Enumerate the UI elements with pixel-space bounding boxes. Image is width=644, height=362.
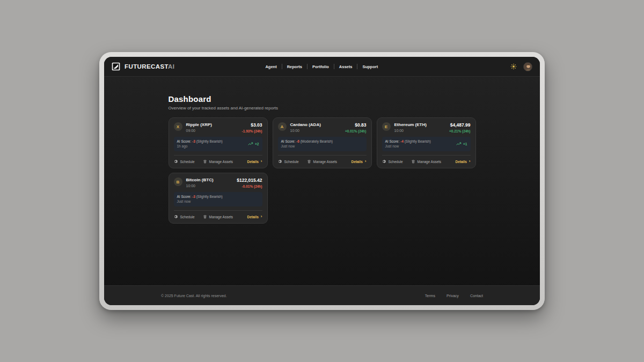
manage-assets-button[interactable]: Manage Assets [411,159,441,164]
ai-score-value: -3 [192,139,195,143]
coin-change: -0.01% (24h) [237,184,262,188]
footer-link-terms[interactable]: Terms [425,294,435,298]
trash-icon [411,159,415,164]
details-link[interactable]: Details› [352,160,367,164]
card-divider [174,210,262,211]
coin-initial-badge: E [382,122,391,131]
ai-sentiment: (Slightly Bearish) [196,139,223,143]
coin-price: $122,015.42 [237,178,262,183]
coin-time: 10:00 [394,129,427,132]
chevron-right-icon: › [365,160,367,163]
gear-icon [278,159,282,164]
chevron-right-icon: › [469,160,471,163]
coin-price: $3.03 [242,122,262,128]
nav-item-reports[interactable]: Reports [282,64,307,69]
ai-score-value: -3 [192,195,195,198]
copyright-text: © 2025 Future Cast. All rights reserved. [161,294,227,298]
app-window: FUTURECASTAI Agent Reports Portfolio Ass… [104,57,540,305]
user-avatar[interactable] [523,62,532,71]
asset-card-grid: X Ripple (XRP) 09:00 $3.03 -1.93% (24h) [169,117,476,224]
manage-assets-button[interactable]: Manage Assets [203,159,233,164]
coin-name: Ripple (XRP) [186,122,212,127]
gear-icon [174,215,178,219]
asset-card-ethereum: E Ethereum (ETH) 10:00 $4,487.99 +0.21% … [377,117,476,168]
ai-score-panel: AI Score: -3 (Slightly Bearish) Just now [174,192,262,207]
coin-change: -1.93% (24h) [242,129,262,133]
ai-updated: Just now [177,199,223,204]
trash-icon [307,159,311,164]
coin-initial-badge: B [174,178,182,186]
details-link[interactable]: Details› [247,215,262,219]
main-nav: Agent Reports Portfolio Assets Support [260,64,383,69]
ai-score-value: -6 [296,139,299,143]
coin-change: +0.01% (24h) [345,129,367,133]
ai-updated: Just now [385,144,431,149]
coin-name: Cardano (ADA) [290,122,321,127]
app-footer: © 2025 Future Cast. All rights reserved.… [104,285,540,305]
manage-assets-button[interactable]: Manage Assets [307,159,337,164]
top-navigation-bar: FUTURECASTAI Agent Reports Portfolio Ass… [104,57,540,77]
nav-item-portfolio[interactable]: Portfolio [308,64,334,69]
gear-icon [382,159,386,164]
brand-logo-icon [112,62,120,71]
coin-initial-badge: A [278,122,287,131]
footer-link-privacy[interactable]: Privacy [447,294,459,298]
coin-initial-badge: X [174,122,182,131]
details-link[interactable]: Details› [247,160,262,164]
coin-name: Bitcoin (BTC) [186,178,214,182]
trend-badge: +2 [248,142,259,146]
details-link[interactable]: Details› [456,160,471,164]
footer-link-contact[interactable]: Contact [470,294,483,298]
coin-price: $0.83 [345,122,367,128]
brand-name: FUTURECASTAI [125,63,174,70]
schedule-button[interactable]: Schedule [382,159,403,164]
gear-icon [174,159,178,164]
footer-links: Terms Privacy Contact [425,294,483,298]
ai-score-label: AI Score: [281,139,296,143]
asset-card-ripple: X Ripple (XRP) 09:00 $3.03 -1.93% (24h) [169,117,268,168]
asset-card-bitcoin: B Bitcoin (BTC) 10:00 $122,015.42 -0.01%… [169,173,268,224]
schedule-button[interactable]: Schedule [278,159,299,164]
ai-score-panel: AI Score: -4 (Slightly Bearish) Just now… [382,137,471,152]
ai-sentiment: (Slightly Bearish) [405,139,431,143]
trash-icon [203,159,207,164]
page-subtitle: Overview of your tracked assets and AI-g… [169,106,476,110]
nav-item-agent[interactable]: Agent [260,64,281,69]
trend-up-icon [248,142,253,146]
coin-time: 10:00 [186,184,214,188]
card-divider [278,155,367,156]
chevron-right-icon: › [261,160,262,163]
ai-score-label: AI Score: [385,139,400,143]
trash-icon [203,215,207,219]
device-frame: FUTURECASTAI Agent Reports Portfolio Ass… [99,52,545,310]
asset-card-cardano: A Cardano (ADA) 10:00 $0.83 +0.01% (24h) [273,117,372,168]
ai-score-value: -4 [400,139,404,143]
dashboard-content: Dashboard Overview of your tracked asset… [104,77,540,285]
ai-score-label: AI Score: [177,195,192,198]
card-divider [382,155,471,156]
coin-time: 09:00 [186,129,212,132]
theme-toggle-sun-icon[interactable] [510,63,517,70]
trend-up-icon [456,142,462,146]
ai-score-label: AI Score: [177,139,192,143]
card-divider [174,155,262,156]
nav-item-assets[interactable]: Assets [334,64,357,69]
coin-name: Ethereum (ETH) [394,122,427,127]
coin-time: 10:00 [290,129,321,132]
coin-change: +0.21% (24h) [449,129,471,133]
ai-sentiment: (Slightly Bearish) [196,195,223,198]
trend-badge: +1 [456,142,467,146]
manage-assets-button[interactable]: Manage Assets [203,215,233,219]
schedule-button[interactable]: Schedule [174,159,195,164]
page-title: Dashboard [169,94,476,104]
nav-item-support[interactable]: Support [357,64,383,69]
schedule-button[interactable]: Schedule [174,215,195,219]
topbar-right [510,62,532,71]
chevron-right-icon: › [261,215,262,218]
ai-updated: 1h ago [177,144,223,149]
ai-score-panel: AI Score: -6 (Moderately Bearish) Just n… [278,137,367,152]
ai-updated: Just now [281,144,333,149]
coin-price: $4,487.99 [449,122,471,128]
ai-sentiment: (Moderately Bearish) [301,139,333,143]
ai-score-panel: AI Score: -3 (Slightly Bearish) 1h ago +… [174,137,262,152]
